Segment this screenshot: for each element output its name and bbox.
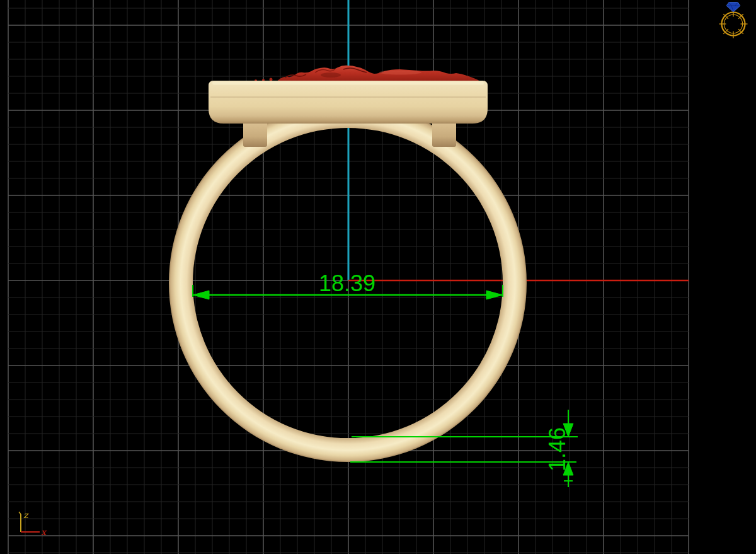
arrow-right <box>486 291 503 299</box>
ring-bezel[interactable] <box>209 81 488 124</box>
cad-viewport[interactable]: 18.39 1.46 <box>0 0 756 554</box>
inner-diameter-value[interactable]: 18.39 <box>319 270 375 296</box>
axis-indicator: z x <box>19 510 47 537</box>
bezel-seat-tab-left <box>243 120 267 147</box>
app-logo <box>719 3 748 38</box>
diamond-icon <box>726 3 740 13</box>
axis-indicator-z-hook <box>19 512 21 514</box>
ring-with-diamond-icon <box>719 3 748 38</box>
red-carved-stone[interactable] <box>255 66 481 83</box>
band-thickness-value[interactable]: 1.46 <box>544 427 570 471</box>
bezel-seat-tab-right <box>432 120 456 147</box>
